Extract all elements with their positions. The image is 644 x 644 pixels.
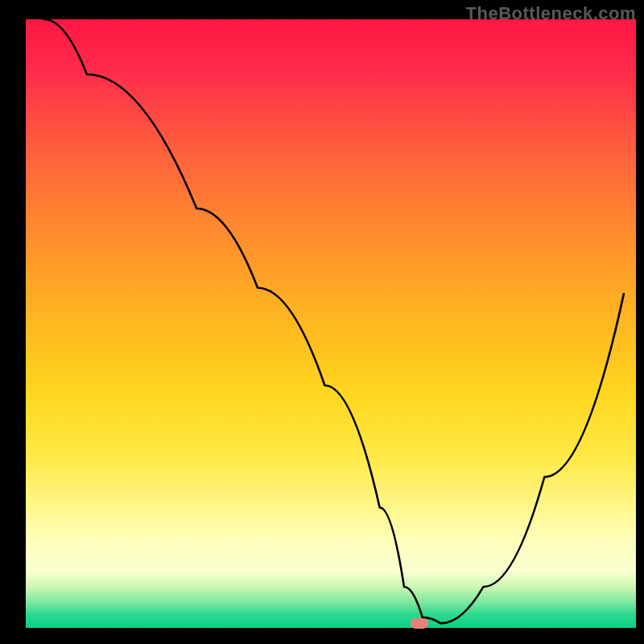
chart-container: TheBottleneck.com: [0, 0, 644, 644]
plot-background: [26, 19, 636, 630]
optimal-marker: [411, 618, 428, 629]
watermark-text: TheBottleneck.com: [466, 3, 636, 24]
bottleneck-chart: [0, 0, 644, 644]
